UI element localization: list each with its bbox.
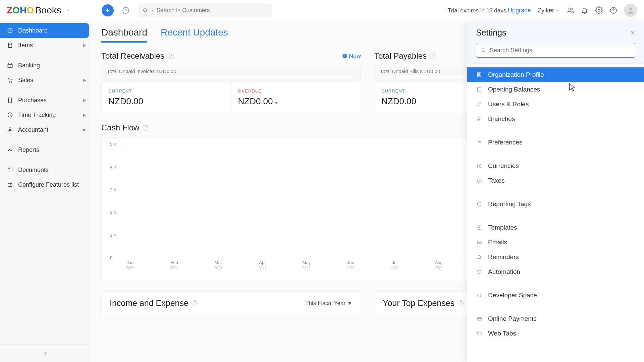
trial-status: Trial expires in 13 days Upgrade — [448, 7, 531, 14]
settings-item-label: Emails — [488, 239, 507, 246]
settings-item-icon — [476, 316, 483, 321]
nav-icon — [7, 62, 13, 68]
chevron-right-icon: ▶ — [83, 127, 86, 132]
bell-icon[interactable] — [581, 7, 588, 14]
settings-item-reminders[interactable]: Reminders — [467, 250, 644, 264]
settings-item-emails[interactable]: Emails — [467, 235, 644, 250]
settings-item-opening-balances[interactable]: Opening Balances — [467, 82, 644, 97]
help-icon[interactable]: ? — [192, 300, 198, 306]
x-tick: Aug2021 — [430, 260, 447, 270]
sidebar-item-label: Banking — [18, 62, 40, 69]
org-switcher[interactable]: Zylker — [538, 7, 559, 14]
settings-item-taxes[interactable]: Taxes — [467, 173, 644, 188]
settings-item-label: Web Tabs — [488, 330, 516, 337]
history-button[interactable] — [119, 4, 132, 17]
x-tick: Jan2021 — [122, 260, 139, 270]
settings-item-label: Preferences — [488, 139, 522, 146]
overdue-dropdown[interactable]: NZD0.00▼ — [238, 96, 354, 107]
settings-item-label: Online Payments — [488, 315, 537, 322]
y-tick: 3 K — [110, 187, 117, 192]
sidebar-item-label: Items — [18, 42, 33, 49]
svg-rect-37 — [478, 75, 479, 75]
settings-item-online-payments[interactable]: Online Payments — [467, 311, 644, 326]
tab-recent-updates[interactable]: Recent Updates — [161, 27, 228, 43]
svg-rect-53 — [477, 241, 481, 244]
help-icon[interactable] — [610, 7, 617, 14]
search-icon — [143, 8, 148, 13]
settings-item-currencies[interactable]: Currencies — [467, 159, 644, 173]
svg-point-11 — [629, 7, 632, 10]
svg-line-49 — [478, 180, 481, 182]
sidebar-item-banking[interactable]: Banking — [0, 58, 91, 73]
settings-item-preferences[interactable]: Preferences — [467, 135, 644, 150]
settings-item-templates[interactable]: Templates — [467, 220, 644, 235]
settings-item-icon — [476, 116, 483, 122]
settings-item-web-tabs[interactable]: Web Tabs — [467, 326, 644, 341]
quick-add-button[interactable] — [102, 4, 114, 16]
sidebar-item-sales[interactable]: Sales▶ — [0, 73, 91, 87]
sidebar-item-time-tracking[interactable]: Time Tracking▶ — [0, 108, 91, 122]
sidebar-item-reports[interactable]: Reports — [0, 142, 91, 157]
current-label: CURRENT — [108, 88, 224, 94]
close-icon[interactable] — [630, 30, 635, 36]
sidebar-item-documents[interactable]: Documents — [0, 163, 91, 177]
sidebar-collapse-button[interactable] — [0, 345, 91, 362]
settings-item-icon — [476, 178, 483, 183]
y-tick: 1 K — [110, 233, 117, 238]
settings-item-developer-space[interactable]: Developer Space — [467, 288, 644, 303]
svg-point-23 — [10, 185, 11, 185]
search-input[interactable] — [157, 7, 267, 14]
logo[interactable]: ZOHO Books — [7, 5, 71, 16]
help-icon[interactable]: ? — [458, 300, 464, 306]
current-value: NZD0.00 — [108, 96, 224, 107]
chevron-down-icon — [151, 9, 154, 12]
gear-icon[interactable] — [595, 6, 603, 14]
sidebar-item-label: Dashboard — [18, 27, 48, 34]
svg-rect-34 — [478, 73, 481, 77]
svg-rect-56 — [477, 332, 481, 335]
settings-item-icon — [476, 87, 483, 92]
svg-point-14 — [9, 82, 10, 82]
sidebar-item-label: Configure Features list — [18, 181, 79, 188]
y-tick: 0 — [110, 255, 112, 260]
nav-icon — [7, 42, 13, 48]
cashflow-title: Cash Flow — [101, 123, 139, 132]
nav-icon — [7, 182, 13, 188]
sidebar-item-dashboard[interactable]: Dashboard — [0, 23, 89, 38]
sidebar-item-items[interactable]: Items▶ — [0, 38, 91, 53]
sidebar: DashboardItems▶BankingSales▶Purchases▶Ti… — [0, 21, 91, 362]
settings-item-icon — [476, 240, 483, 245]
settings-item-users-roles[interactable]: Users & Roles — [467, 97, 644, 112]
payables-title: Total Payables — [374, 51, 427, 61]
settings-item-reporting-tags[interactable]: Reporting Tags — [467, 197, 644, 212]
sidebar-item-purchases[interactable]: Purchases▶ — [0, 93, 91, 108]
sidebar-item-configure-features-list[interactable]: Configure Features list — [0, 177, 91, 192]
receivables-section: Total Receivables ? New Total Unpaid Inv… — [101, 51, 361, 113]
sidebar-item-accountant[interactable]: Accountant▶ — [0, 122, 91, 137]
help-icon[interactable]: ? — [168, 53, 174, 59]
global-search[interactable] — [138, 3, 272, 17]
period-dropdown[interactable]: This Fiscal Year ▼ — [305, 300, 353, 307]
users-icon[interactable] — [566, 6, 574, 14]
nav-icon — [7, 127, 13, 133]
svg-point-20 — [9, 183, 10, 184]
settings-item-branches[interactable]: Branches — [467, 112, 644, 126]
x-tick: Jun2021 — [342, 260, 359, 270]
avatar[interactable] — [624, 4, 637, 17]
settings-item-organization-profile[interactable]: Organization Profile — [467, 67, 644, 82]
settings-search[interactable] — [476, 43, 635, 58]
help-icon[interactable]: ? — [430, 53, 436, 59]
settings-item-automation[interactable]: Automation — [467, 264, 644, 279]
chevron-right-icon: ▶ — [83, 98, 86, 103]
new-receivable-button[interactable]: New — [342, 53, 361, 60]
settings-item-icon — [476, 269, 483, 275]
settings-search-input[interactable] — [490, 47, 630, 54]
tab-dashboard[interactable]: Dashboard — [101, 27, 147, 43]
settings-item-label: Organization Profile — [488, 71, 544, 78]
settings-item-icon — [476, 201, 483, 207]
svg-line-33 — [485, 51, 486, 52]
chevron-right-icon: ▶ — [83, 78, 86, 82]
settings-item-icon — [476, 72, 483, 77]
help-icon[interactable]: ? — [143, 125, 149, 131]
upgrade-link[interactable]: Upgrade — [508, 7, 531, 14]
